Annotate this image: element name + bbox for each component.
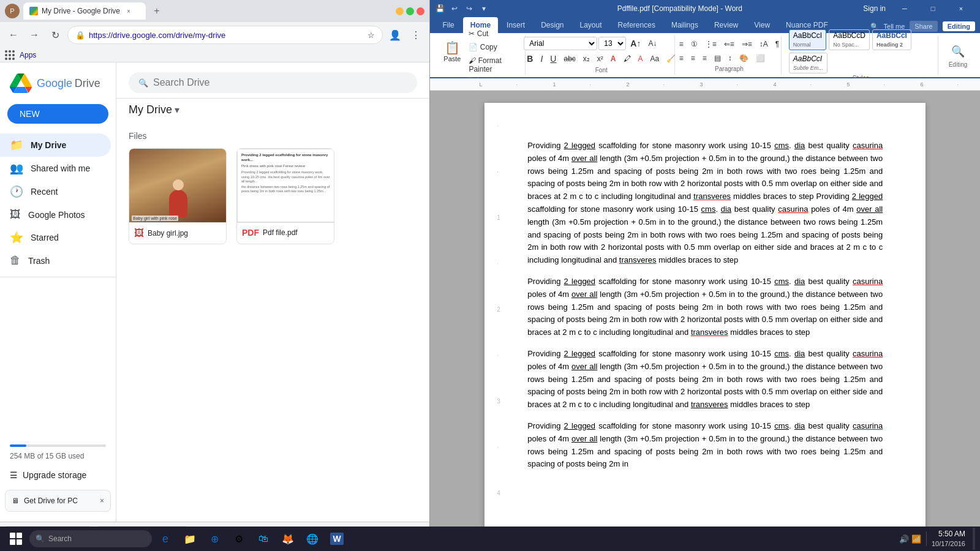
taskbar-time[interactable]: 5:50 AM 10/17/2016 — [932, 530, 965, 548]
word-document-area[interactable]: ··1·2·3·4·5· Providing 2 legged scaffold… — [430, 91, 980, 536]
style-heading-2[interactable]: AaBbCcIHeading 2 — [872, 29, 911, 50]
taskbar-app-settings[interactable]: ⚙ — [228, 528, 250, 550]
forward-button[interactable]: → — [26, 26, 43, 43]
ribbon-tab-mailings[interactable]: Mailings — [664, 17, 706, 33]
chrome-taskbar-icon: 🌐 — [306, 533, 318, 545]
multilevel-list-button[interactable]: ⋮≡ — [702, 38, 720, 50]
word-minimize-button[interactable]: ─ — [891, 0, 919, 17]
align-left-button[interactable]: ≡ — [676, 52, 687, 64]
cut-button[interactable]: ✂ Cut — [466, 28, 520, 40]
font-size-dropdown[interactable]: 13 — [598, 37, 626, 50]
sort-button[interactable]: ↕A — [756, 38, 771, 50]
find-button[interactable]: 🔍 — [946, 43, 970, 60]
shrink-font-button[interactable]: A↓ — [645, 37, 660, 50]
sidebar-item-shared-with-me[interactable]: 👥 Shared with me — [0, 157, 111, 180]
font-color-button[interactable]: A — [635, 53, 646, 65]
sidebar-item-my-drive[interactable]: 📁 My Drive — [0, 133, 111, 157]
style-no-spacing[interactable]: AaBbCcDNo Spac... — [829, 29, 870, 50]
word-sign-in-button[interactable]: Sign in — [863, 4, 886, 13]
ribbon-tab-view[interactable]: View — [747, 17, 777, 33]
apps-link[interactable]: Apps — [20, 51, 36, 59]
new-button[interactable]: NEW — [7, 104, 108, 124]
sidebar-item-starred[interactable]: ⭐ Starred — [0, 226, 111, 249]
ribbon-group-editing: 🔍 Editing — [941, 36, 975, 75]
taskbar-app-firefox[interactable]: 🦊 — [277, 528, 299, 550]
taskbar-app-store[interactable]: 🛍 — [252, 528, 274, 550]
decrease-indent-button[interactable]: ⇐≡ — [721, 38, 737, 50]
paste-button[interactable]: 📋 Paste — [440, 39, 464, 64]
strikethrough-button[interactable]: abc — [560, 53, 578, 65]
ribbon-tab-review[interactable]: Review — [707, 17, 745, 33]
refresh-button[interactable]: ↻ — [47, 26, 64, 43]
taskbar-app-edge[interactable]: ⊕ — [203, 528, 225, 550]
text-highlight-button[interactable]: 🖍 — [620, 53, 634, 65]
taskbar-app-ie[interactable]: e — [154, 528, 176, 550]
change-case-button[interactable]: Aa — [647, 53, 663, 65]
align-center-button[interactable]: ≡ — [688, 52, 698, 64]
copy-button[interactable]: 📄 Copy — [466, 41, 520, 53]
line-spacing-button[interactable]: ↕ — [725, 52, 735, 64]
search-input[interactable] — [153, 77, 407, 88]
word-save-icon[interactable]: 💾 — [435, 4, 445, 13]
sidebar-item-google-photos[interactable]: 🖼 Google Photos — [0, 203, 111, 226]
italic-button[interactable]: I — [537, 52, 546, 66]
word-close-button[interactable]: × — [947, 0, 975, 17]
ribbon-tab-design[interactable]: Design — [533, 17, 571, 33]
align-right-button[interactable]: ≡ — [699, 52, 710, 64]
word-redo-icon[interactable]: ↪ — [464, 4, 474, 13]
sidebar-divider — [0, 277, 116, 277]
back-button[interactable]: ← — [5, 26, 22, 43]
drive-search-bar[interactable]: 🔍 — [129, 72, 417, 93]
sidebar-item-trash[interactable]: 🗑 Trash — [0, 249, 111, 272]
banner-close-button[interactable]: × — [100, 497, 104, 505]
taskbar-app-chrome[interactable]: 🌐 — [301, 528, 323, 550]
chrome-more-button[interactable]: ⋮ — [407, 26, 424, 43]
address-bar[interactable]: 🔒 https://drive.google.com/drive/my-driv… — [67, 26, 383, 44]
word-customize-icon[interactable]: ▾ — [479, 4, 489, 13]
style-subtle-em[interactable]: AaBbCcISubtle Em... — [789, 53, 827, 73]
numbering-button[interactable]: ① — [688, 38, 701, 50]
taskbar-app-word[interactable]: W — [326, 528, 348, 550]
file-card-pdf[interactable]: Providing 2 legged scaffolding for stone… — [236, 148, 334, 244]
new-tab-button[interactable]: + — [149, 4, 164, 18]
subscript-button[interactable]: x₂ — [580, 53, 593, 65]
drive-path-chevron[interactable]: ▾ — [175, 104, 179, 116]
show-hide-button[interactable]: ¶ — [772, 38, 782, 50]
underline-cms-5: cms — [774, 421, 789, 430]
ribbon-tab-layout[interactable]: Layout — [572, 17, 609, 33]
sidebar-item-recent[interactable]: 🕐 Recent — [0, 180, 111, 203]
chrome-minimize-button[interactable] — [396, 7, 404, 15]
network-icon[interactable]: 📶 — [911, 534, 921, 544]
bookmark-icon[interactable]: ☆ — [368, 31, 375, 40]
start-button[interactable] — [5, 528, 27, 550]
chrome-maximize-button[interactable] — [406, 7, 414, 15]
show-desktop-button[interactable] — [973, 528, 975, 550]
editing-indicator[interactable]: Editing — [943, 21, 975, 31]
word-restore-button[interactable]: □ — [919, 0, 947, 17]
taskbar-app-explorer[interactable]: 📁 — [179, 528, 201, 550]
upgrade-storage-button[interactable]: ☰ Upgrade storage — [0, 465, 116, 485]
style-normal[interactable]: AaBbCcINormal — [789, 29, 826, 50]
bullets-button[interactable]: ≡ — [676, 38, 687, 50]
chrome-profile-icon[interactable]: P — [5, 4, 20, 18]
superscript-button[interactable]: x² — [594, 53, 606, 65]
grow-font-button[interactable]: A↑ — [627, 37, 644, 50]
font-name-dropdown[interactable]: Arial — [524, 37, 597, 50]
taskbar-search[interactable]: 🔍 Search — [29, 530, 152, 547]
text-effects-button[interactable]: A — [608, 53, 619, 65]
underline-button[interactable]: U — [547, 52, 559, 66]
increase-indent-button[interactable]: ⇒≡ — [739, 38, 755, 50]
chrome-profile-button[interactable]: 👤 — [386, 26, 404, 43]
borders-button[interactable]: ⬜ — [753, 52, 768, 64]
chrome-tab-active[interactable]: My Drive - Google Drive × — [23, 2, 146, 20]
ribbon-tab-references[interactable]: References — [611, 17, 663, 33]
chrome-close-button[interactable] — [417, 7, 424, 15]
file-card-baby-girl[interactable]: Baby girl with pink rose 🖼 Baby girl.jpg — [129, 148, 227, 244]
volume-icon[interactable]: 🔊 — [899, 534, 909, 544]
word-undo-icon[interactable]: ↩ — [450, 4, 459, 13]
bold-button[interactable]: B — [524, 52, 536, 66]
justify-button[interactable]: ▤ — [711, 52, 724, 64]
shading-button[interactable]: 🎨 — [736, 52, 752, 64]
format-painter-button[interactable]: 🖌 Format Painter — [466, 54, 520, 75]
chrome-tab-close-button[interactable]: × — [124, 6, 134, 16]
